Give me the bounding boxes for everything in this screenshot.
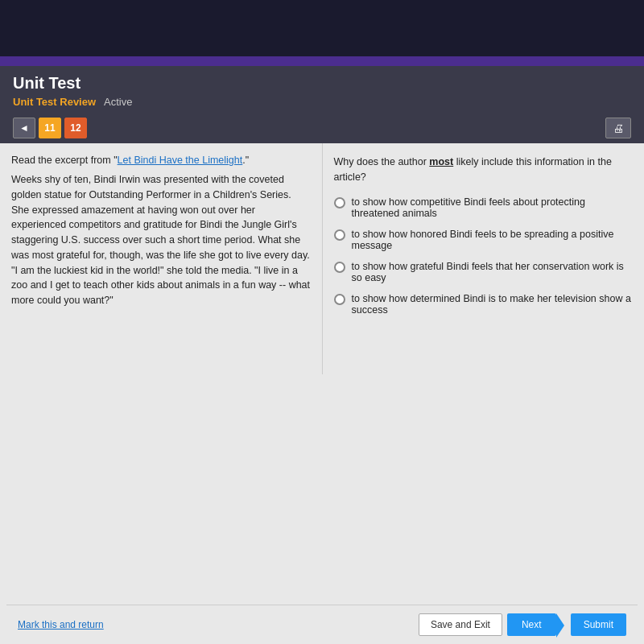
excerpt-link[interactable]: Let Bindi Have the Limelight <box>118 155 243 166</box>
question-text: Why does the author most likely include … <box>334 155 634 185</box>
answer-option-d[interactable]: to show how determined Bindi is to make … <box>334 293 634 316</box>
back-button[interactable]: ◄ <box>13 118 35 138</box>
submit-button[interactable]: Submit <box>571 613 626 636</box>
answer-text-d: to show how determined Bindi is to make … <box>352 293 634 316</box>
action-buttons: Save and Exit Next Submit <box>419 613 626 636</box>
question-panel: Why does the author most likely include … <box>323 143 645 374</box>
page-title: Unit Test <box>13 74 631 93</box>
print-button[interactable]: 🖨 <box>605 118 631 138</box>
excerpt-intro: Read the excerpt from "Let Bindi Have th… <box>11 155 311 166</box>
save-exit-button[interactable]: Save and Exit <box>419 613 502 636</box>
navigation-row: ◄ 11 12 🖨 <box>0 114 644 143</box>
answer-option-a[interactable]: to show how competitive Bindi feels abou… <box>334 196 634 219</box>
app-wrapper: Unit Test Unit Test Review Active ◄ 11 1… <box>0 0 644 644</box>
radio-c[interactable] <box>334 262 345 273</box>
answer-text-a: to show how competitive Bindi feels abou… <box>352 196 634 219</box>
question-emphasis: most <box>429 156 453 167</box>
mark-return-link[interactable]: Mark this and return <box>18 619 104 630</box>
answer-options: to show how competitive Bindi feels abou… <box>334 196 634 316</box>
answer-text-c: to show how grateful Bindi feels that he… <box>352 261 634 283</box>
breadcrumb-status: Active <box>104 96 132 108</box>
page-body: Read the excerpt from "Let Bindi Have th… <box>0 143 644 644</box>
footer-bar: Mark this and return Save and Exit Next … <box>6 605 638 644</box>
radio-d[interactable] <box>334 294 345 305</box>
answer-option-c[interactable]: to show how grateful Bindi feels that he… <box>334 261 634 283</box>
breadcrumb-link[interactable]: Unit Test Review <box>13 96 96 108</box>
page-11-button[interactable]: 11 <box>39 118 61 138</box>
page-12-button[interactable]: 12 <box>64 118 87 138</box>
passage-panel: Read the excerpt from "Let Bindi Have th… <box>0 143 323 374</box>
print-icon: 🖨 <box>613 122 624 134</box>
passage-body: Weeks shy of ten, Bindi Irwin was presen… <box>11 172 311 308</box>
breadcrumb: Unit Test Review Active <box>13 96 631 108</box>
next-button[interactable]: Next <box>507 613 556 636</box>
header-section: Unit Test Unit Test Review Active <box>0 66 644 114</box>
radio-b[interactable] <box>334 229 345 241</box>
radio-a[interactable] <box>334 197 345 208</box>
answer-text-b: to show how honored Bindi feels to be sp… <box>352 229 634 251</box>
panels-row: Read the excerpt from "Let Bindi Have th… <box>0 143 644 374</box>
answer-option-b[interactable]: to show how honored Bindi feels to be sp… <box>334 229 634 251</box>
purple-accent-bar <box>0 56 644 66</box>
